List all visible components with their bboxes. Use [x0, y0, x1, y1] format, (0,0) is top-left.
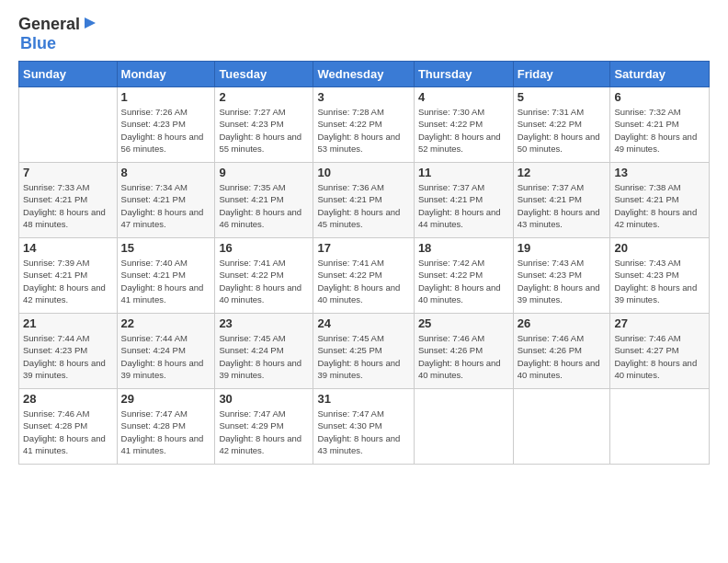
day-number: 19: [518, 241, 607, 255]
calendar-cell: 29 Sunrise: 7:47 AM Sunset: 4:28 PM Dayl…: [117, 389, 215, 465]
calendar-cell: 6 Sunrise: 7:32 AM Sunset: 4:21 PM Dayli…: [610, 87, 710, 163]
daylight-text: Daylight: 8 hours and 50 minutes.: [518, 132, 600, 154]
day-number: 30: [219, 392, 309, 406]
day-number: 26: [518, 316, 607, 330]
calendar-cell: 16 Sunrise: 7:41 AM Sunset: 4:22 PM Dayl…: [215, 238, 313, 314]
daylight-text: Daylight: 8 hours and 43 minutes.: [518, 207, 600, 229]
sunset-text: Sunset: 4:22 PM: [317, 119, 381, 129]
sunset-text: Sunset: 4:22 PM: [219, 270, 283, 280]
calendar-cell: 21 Sunrise: 7:44 AM Sunset: 4:23 PM Dayl…: [19, 314, 118, 389]
day-info: Sunrise: 7:45 AM Sunset: 4:25 PM Dayligh…: [317, 332, 409, 381]
calendar-cell: 15 Sunrise: 7:40 AM Sunset: 4:21 PM Dayl…: [117, 238, 215, 314]
sunrise-text: Sunrise: 7:38 AM: [614, 182, 680, 192]
day-number: 14: [23, 241, 113, 255]
sunrise-text: Sunrise: 7:45 AM: [219, 333, 285, 343]
day-info: Sunrise: 7:31 AM Sunset: 4:22 PM Dayligh…: [518, 106, 607, 155]
sunset-text: Sunset: 4:22 PM: [418, 270, 483, 280]
calendar-cell: 25 Sunrise: 7:46 AM Sunset: 4:26 PM Dayl…: [414, 314, 513, 389]
sunrise-text: Sunrise: 7:42 AM: [418, 258, 484, 268]
day-info: Sunrise: 7:36 AM Sunset: 4:21 PM Dayligh…: [317, 181, 409, 230]
day-number: 18: [418, 241, 509, 255]
week-row-5: 28 Sunrise: 7:46 AM Sunset: 4:28 PM Dayl…: [19, 389, 710, 465]
daylight-text: Daylight: 8 hours and 43 minutes.: [317, 433, 400, 455]
day-info: Sunrise: 7:27 AM Sunset: 4:23 PM Dayligh…: [219, 106, 309, 155]
calendar-cell: 11 Sunrise: 7:37 AM Sunset: 4:21 PM Dayl…: [414, 163, 513, 238]
sunset-text: Sunset: 4:21 PM: [23, 194, 87, 204]
day-number: 4: [418, 90, 509, 104]
day-info: Sunrise: 7:46 AM Sunset: 4:27 PM Dayligh…: [614, 332, 705, 381]
sunrise-text: Sunrise: 7:37 AM: [418, 182, 484, 192]
sunset-text: Sunset: 4:29 PM: [219, 420, 283, 431]
page-container: General Blue SundayMondayTuesdayWednesda…: [0, 0, 728, 474]
sunrise-text: Sunrise: 7:43 AM: [518, 258, 584, 268]
day-number: 20: [614, 241, 705, 255]
sunset-text: Sunset: 4:23 PM: [219, 119, 283, 129]
day-number: 16: [219, 241, 309, 255]
daylight-text: Daylight: 8 hours and 48 minutes.: [23, 207, 106, 229]
sunrise-text: Sunrise: 7:32 AM: [614, 107, 680, 117]
daylight-text: Daylight: 8 hours and 42 minutes.: [614, 207, 697, 229]
day-number: 5: [518, 90, 607, 104]
day-info: Sunrise: 7:26 AM Sunset: 4:23 PM Dayligh…: [121, 106, 211, 155]
calendar-cell: 9 Sunrise: 7:35 AM Sunset: 4:21 PM Dayli…: [215, 163, 313, 238]
day-number: 2: [219, 90, 309, 104]
day-info: Sunrise: 7:34 AM Sunset: 4:21 PM Dayligh…: [121, 181, 211, 230]
daylight-text: Daylight: 8 hours and 46 minutes.: [219, 207, 301, 229]
day-number: 31: [317, 392, 409, 406]
weekday-header-row: SundayMondayTuesdayWednesdayThursdayFrid…: [19, 62, 710, 87]
sunset-text: Sunset: 4:21 PM: [121, 270, 186, 280]
sunrise-text: Sunrise: 7:31 AM: [518, 107, 584, 117]
daylight-text: Daylight: 8 hours and 40 minutes.: [518, 358, 600, 380]
calendar-cell: [414, 389, 513, 465]
day-info: Sunrise: 7:37 AM Sunset: 4:21 PM Dayligh…: [418, 181, 509, 230]
sunrise-text: Sunrise: 7:46 AM: [418, 333, 484, 343]
sunrise-text: Sunrise: 7:44 AM: [23, 333, 89, 343]
daylight-text: Daylight: 8 hours and 47 minutes.: [121, 207, 204, 229]
sunset-text: Sunset: 4:21 PM: [219, 194, 283, 204]
weekday-header-thursday: Thursday: [414, 62, 513, 87]
sunset-text: Sunset: 4:21 PM: [317, 194, 381, 204]
day-info: Sunrise: 7:37 AM Sunset: 4:21 PM Dayligh…: [518, 181, 607, 230]
sunrise-text: Sunrise: 7:36 AM: [317, 182, 383, 192]
sunrise-text: Sunrise: 7:34 AM: [121, 182, 188, 192]
sunrise-text: Sunrise: 7:33 AM: [23, 182, 89, 192]
sunrise-text: Sunrise: 7:43 AM: [614, 258, 680, 268]
sunset-text: Sunset: 4:21 PM: [614, 194, 678, 204]
calendar-cell: 28 Sunrise: 7:46 AM Sunset: 4:28 PM Dayl…: [19, 389, 118, 465]
calendar-cell: 31 Sunrise: 7:47 AM Sunset: 4:30 PM Dayl…: [313, 389, 414, 465]
daylight-text: Daylight: 8 hours and 40 minutes.: [418, 358, 501, 380]
sunrise-text: Sunrise: 7:28 AM: [317, 107, 383, 117]
week-row-4: 21 Sunrise: 7:44 AM Sunset: 4:23 PM Dayl…: [19, 314, 710, 389]
sunrise-text: Sunrise: 7:47 AM: [219, 408, 285, 419]
day-info: Sunrise: 7:39 AM Sunset: 4:21 PM Dayligh…: [23, 257, 113, 305]
calendar-table: SundayMondayTuesdayWednesdayThursdayFrid…: [18, 61, 710, 465]
day-info: Sunrise: 7:45 AM Sunset: 4:24 PM Dayligh…: [219, 332, 309, 381]
calendar-cell: 5 Sunrise: 7:31 AM Sunset: 4:22 PM Dayli…: [513, 87, 610, 163]
sunrise-text: Sunrise: 7:47 AM: [121, 408, 188, 419]
sunrise-text: Sunrise: 7:45 AM: [317, 333, 383, 343]
sunset-text: Sunset: 4:23 PM: [518, 270, 582, 280]
sunrise-text: Sunrise: 7:37 AM: [518, 182, 584, 192]
daylight-text: Daylight: 8 hours and 45 minutes.: [317, 207, 400, 229]
calendar-cell: [610, 389, 710, 465]
sunrise-text: Sunrise: 7:47 AM: [317, 408, 383, 419]
calendar-cell: [513, 389, 610, 465]
daylight-text: Daylight: 8 hours and 41 minutes.: [121, 433, 204, 455]
calendar-cell: 26 Sunrise: 7:46 AM Sunset: 4:26 PM Dayl…: [513, 314, 610, 389]
day-number: 1: [121, 90, 211, 104]
day-number: 25: [418, 316, 509, 330]
calendar-cell: 8 Sunrise: 7:34 AM Sunset: 4:21 PM Dayli…: [117, 163, 215, 238]
sunset-text: Sunset: 4:21 PM: [518, 194, 582, 204]
sunset-text: Sunset: 4:21 PM: [23, 270, 87, 280]
day-info: Sunrise: 7:46 AM Sunset: 4:26 PM Dayligh…: [418, 332, 509, 381]
calendar-cell: 22 Sunrise: 7:44 AM Sunset: 4:24 PM Dayl…: [117, 314, 215, 389]
sunset-text: Sunset: 4:23 PM: [121, 119, 186, 129]
sunset-text: Sunset: 4:22 PM: [418, 119, 483, 129]
sunset-text: Sunset: 4:26 PM: [518, 345, 582, 355]
daylight-text: Daylight: 8 hours and 39 minutes.: [317, 358, 400, 380]
day-number: 27: [614, 316, 705, 330]
calendar-cell: 17 Sunrise: 7:41 AM Sunset: 4:22 PM Dayl…: [313, 238, 414, 314]
sunrise-text: Sunrise: 7:41 AM: [219, 258, 285, 268]
day-number: 22: [121, 316, 211, 330]
sunset-text: Sunset: 4:27 PM: [614, 345, 678, 355]
